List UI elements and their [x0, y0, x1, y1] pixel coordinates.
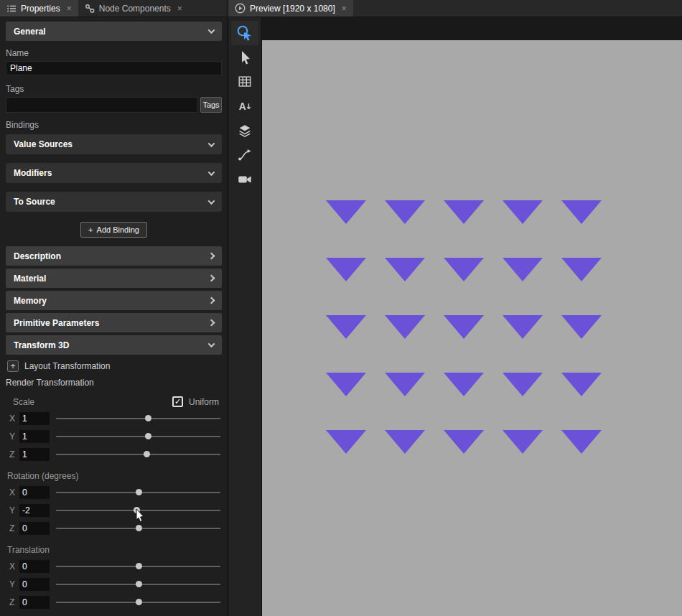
triangle [503, 315, 543, 339]
scale-x-input[interactable] [19, 412, 50, 425]
rotation-label: Rotation (degrees) [6, 471, 222, 481]
rotation-y-slider[interactable] [56, 504, 220, 517]
tool-layers[interactable] [231, 118, 258, 143]
scale-z-input[interactable] [19, 448, 50, 461]
translation-x-input[interactable] [19, 560, 50, 573]
sub-header-label: Value Sources [14, 139, 73, 149]
section-label: Transform 3D [14, 340, 69, 350]
tool-grid[interactable] [231, 70, 258, 94]
preview-tabbar: Preview [1920 x 1080] × [228, 0, 682, 17]
tool-camera[interactable] [231, 167, 258, 192]
triangle [444, 315, 484, 339]
rotation-z-input[interactable] [19, 522, 50, 535]
translation-y-row: Y [6, 577, 222, 591]
scale-y-input[interactable] [19, 430, 50, 443]
close-icon[interactable]: × [67, 4, 72, 13]
preview-canvas[interactable] [262, 40, 682, 616]
preview-toolbar: A [228, 17, 262, 616]
tags-input[interactable] [6, 97, 198, 113]
properties-pane: Properties × Node Components × General N… [0, 0, 228, 616]
tab-preview[interactable]: Preview [1920 x 1080] × [228, 0, 353, 17]
value-sources-header[interactable]: Value Sources [6, 134, 222, 154]
tab-label: Preview [1920 x 1080] [250, 4, 335, 14]
axis-label: Z [6, 449, 19, 459]
uniform-checkbox[interactable]: ✓ [172, 396, 183, 407]
translation-x-row: X [6, 559, 222, 573]
to-source-header[interactable]: To Source [6, 192, 222, 212]
scale-y-slider[interactable] [56, 430, 220, 443]
section-header-general[interactable]: General [6, 22, 222, 41]
triangle [444, 373, 484, 396]
name-input[interactable] [6, 61, 222, 75]
section-header-memory[interactable]: Memory [6, 291, 222, 310]
tool-text[interactable]: A [231, 94, 258, 118]
slider-thumb[interactable] [136, 525, 142, 531]
triangle [503, 430, 543, 454]
triangle [444, 430, 484, 454]
triangle [444, 200, 484, 224]
tab-label: Properties [21, 4, 60, 14]
scale-z-slider[interactable] [56, 448, 220, 461]
slider-thumb[interactable] [145, 415, 151, 421]
tab-node-components[interactable]: Node Components × [78, 0, 189, 17]
modifiers-header[interactable]: Modifiers [6, 163, 222, 183]
chevron-down-icon [208, 169, 215, 176]
translation-x-slider[interactable] [56, 560, 220, 573]
scale-row: Scale ✓ Uniform [6, 396, 222, 407]
slider-thumb[interactable] [145, 433, 151, 439]
triangle [385, 315, 425, 339]
preview-pane: Preview [1920 x 1080] × [228, 0, 682, 616]
section-header-material[interactable]: Material [6, 269, 222, 288]
translation-z-slider[interactable] [56, 596, 220, 609]
chevron-down-icon [208, 140, 215, 147]
interaction-tool-icon [236, 24, 253, 42]
triangle [385, 373, 425, 396]
layers-tool-icon [237, 123, 253, 139]
preview-topstrip [262, 17, 682, 40]
section-header-description[interactable]: Description [6, 246, 222, 266]
section-header-primitive-parameters[interactable]: Primitive Parameters [6, 313, 222, 332]
triangle [326, 315, 366, 339]
triangle [561, 200, 602, 224]
translation-z-input[interactable] [19, 596, 50, 609]
scale-x-row: X [6, 411, 222, 425]
rotation-z-slider[interactable] [56, 522, 220, 535]
section-header-transform-3d[interactable]: Transform 3D [6, 335, 222, 355]
add-layout-transformation-button[interactable]: + [7, 360, 19, 372]
chevron-right-icon [208, 297, 215, 304]
slider-thumb[interactable] [136, 489, 142, 495]
rotation-y-input[interactable] [19, 504, 50, 517]
slider-thumb[interactable] [136, 599, 142, 605]
triangle [385, 430, 425, 454]
scale-z-row: Z [6, 447, 222, 461]
rotation-x-slider[interactable] [56, 486, 220, 499]
translation-y-input[interactable] [19, 578, 50, 591]
close-icon[interactable]: × [177, 4, 182, 13]
triangle [326, 258, 366, 281]
slider-thumb[interactable] [136, 563, 142, 569]
chevron-right-icon [208, 319, 215, 327]
section-label: Memory [14, 296, 47, 306]
scale-x-slider[interactable] [56, 412, 220, 425]
scale-y-row: Y [6, 429, 222, 443]
tool-interaction[interactable] [231, 21, 258, 45]
tags-button[interactable]: Tags [200, 97, 222, 113]
rotation-x-input[interactable] [19, 486, 50, 499]
translation-y-slider[interactable] [56, 578, 220, 591]
tab-properties[interactable]: Properties × [0, 0, 78, 17]
add-binding-button[interactable]: + Add Binding [80, 222, 147, 238]
slider-thumb[interactable] [144, 451, 150, 457]
triangle [561, 430, 602, 454]
section-label: Material [14, 274, 46, 284]
node-components-tab-icon [85, 4, 95, 14]
close-icon[interactable]: × [342, 4, 347, 13]
properties-panel: General Name Tags Tags Bindings Value So… [0, 17, 228, 616]
plus-icon: + [88, 225, 93, 234]
slider-thumb[interactable] [136, 581, 142, 587]
triangle [326, 430, 366, 454]
tool-connector[interactable] [231, 143, 258, 167]
triangle [385, 200, 425, 224]
tool-select[interactable] [231, 45, 258, 70]
axis-label: X [6, 561, 19, 571]
slider-thumb[interactable] [134, 507, 140, 513]
